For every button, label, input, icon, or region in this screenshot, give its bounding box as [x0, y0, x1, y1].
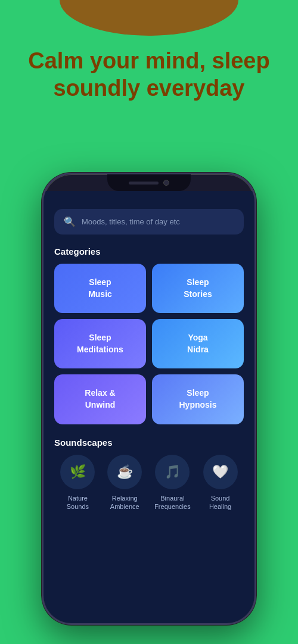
hero-title: Calm your mind, sleep soundly everyday — [24, 48, 274, 102]
relaxing-ambience-label: RelaxingAmbience — [110, 494, 139, 511]
sound-healing-icon: 🤍 — [203, 455, 238, 489]
soundscapes-label: Soundscapes — [54, 437, 244, 448]
search-icon: 🔍 — [64, 216, 76, 227]
soundscape-nature-sounds[interactable]: 🌿 NatureSounds — [60, 455, 95, 511]
nature-sounds-icon: 🌿 — [60, 455, 95, 489]
category-relax-unwind[interactable]: Relax &Unwind — [54, 374, 146, 424]
category-sleep-music[interactable]: SleepMusic — [54, 264, 146, 313]
search-bar[interactable]: 🔍 Moods, titles, time of day etc — [54, 209, 244, 235]
search-placeholder-text: Moods, titles, time of day etc — [82, 217, 180, 226]
soundscape-sound-healing[interactable]: 🤍 SoundHealing — [203, 455, 238, 511]
phone-notch — [107, 174, 191, 191]
binaural-frequencies-icon: 🎵 — [155, 455, 190, 489]
hero-section: Calm your mind, sleep soundly everyday — [0, 48, 298, 102]
phone-camera — [163, 180, 169, 186]
category-sleep-stories[interactable]: SleepStories — [152, 264, 244, 313]
categories-label: Categories — [54, 246, 244, 257]
relaxing-ambience-icon: ☕ — [107, 455, 142, 489]
sound-healing-label: SoundHealing — [209, 494, 231, 511]
category-yoga-nidra[interactable]: YogaNidra — [152, 319, 244, 368]
nature-sounds-label: NatureSounds — [67, 494, 89, 511]
soundscape-relaxing-ambience[interactable]: ☕ RelaxingAmbience — [107, 455, 142, 511]
category-sleep-hypnosis[interactable]: SleepHypnosis — [152, 374, 244, 424]
soundscapes-row: 🌿 NatureSounds ☕ RelaxingAmbience 🎵 Bina… — [54, 455, 244, 511]
categories-grid: SleepMusic SleepStories SleepMeditations… — [54, 264, 244, 424]
binaural-frequencies-label: BinauralFrequencies — [154, 494, 191, 511]
phone-screen: 🔍 Moods, titles, time of day etc Categor… — [44, 191, 254, 623]
top-arc-decoration — [60, 0, 238, 36]
phone-power-button — [254, 246, 256, 282]
category-sleep-meditations[interactable]: SleepMeditations — [54, 319, 146, 368]
phone-mockup: 🔍 Moods, titles, time of day etc Categor… — [42, 173, 256, 625]
soundscape-binaural-frequencies[interactable]: 🎵 BinauralFrequencies — [154, 455, 191, 511]
phone-speaker — [129, 182, 159, 185]
